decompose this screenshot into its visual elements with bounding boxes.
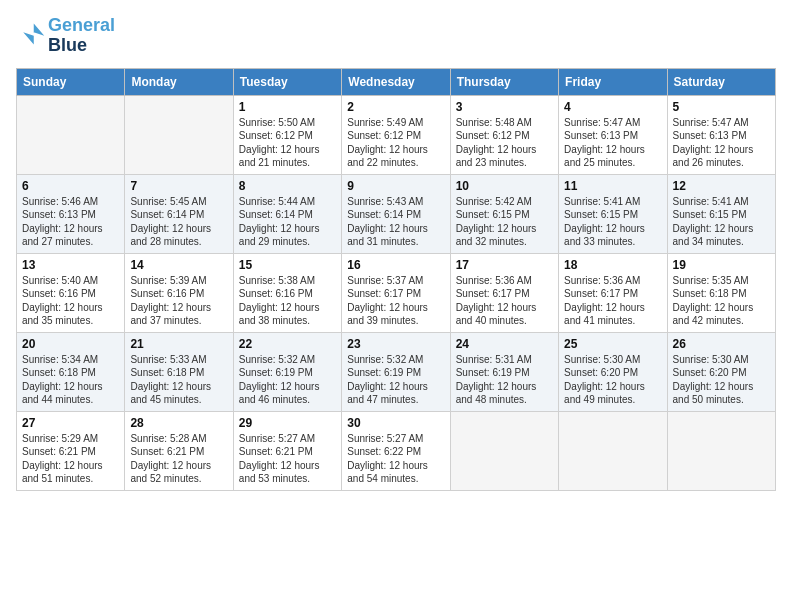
calendar-cell: 8Sunrise: 5:44 AM Sunset: 6:14 PM Daylig… xyxy=(233,174,341,253)
day-number: 27 xyxy=(22,416,119,430)
calendar-cell xyxy=(559,411,667,490)
day-info: Sunrise: 5:39 AM Sunset: 6:16 PM Dayligh… xyxy=(130,274,227,328)
calendar-table: SundayMondayTuesdayWednesdayThursdayFrid… xyxy=(16,68,776,491)
day-info: Sunrise: 5:36 AM Sunset: 6:17 PM Dayligh… xyxy=(564,274,661,328)
calendar-week-row: 1Sunrise: 5:50 AM Sunset: 6:12 PM Daylig… xyxy=(17,95,776,174)
day-info: Sunrise: 5:32 AM Sunset: 6:19 PM Dayligh… xyxy=(347,353,444,407)
calendar-cell: 7Sunrise: 5:45 AM Sunset: 6:14 PM Daylig… xyxy=(125,174,233,253)
calendar-cell: 20Sunrise: 5:34 AM Sunset: 6:18 PM Dayli… xyxy=(17,332,125,411)
calendar-cell: 21Sunrise: 5:33 AM Sunset: 6:18 PM Dayli… xyxy=(125,332,233,411)
calendar-cell: 26Sunrise: 5:30 AM Sunset: 6:20 PM Dayli… xyxy=(667,332,775,411)
logo-text: GeneralBlue xyxy=(48,16,115,56)
day-info: Sunrise: 5:34 AM Sunset: 6:18 PM Dayligh… xyxy=(22,353,119,407)
calendar-cell: 13Sunrise: 5:40 AM Sunset: 6:16 PM Dayli… xyxy=(17,253,125,332)
day-number: 10 xyxy=(456,179,553,193)
day-number: 24 xyxy=(456,337,553,351)
weekday-header: Monday xyxy=(125,68,233,95)
calendar-cell: 14Sunrise: 5:39 AM Sunset: 6:16 PM Dayli… xyxy=(125,253,233,332)
calendar-cell: 6Sunrise: 5:46 AM Sunset: 6:13 PM Daylig… xyxy=(17,174,125,253)
calendar-cell: 15Sunrise: 5:38 AM Sunset: 6:16 PM Dayli… xyxy=(233,253,341,332)
day-info: Sunrise: 5:33 AM Sunset: 6:18 PM Dayligh… xyxy=(130,353,227,407)
day-number: 28 xyxy=(130,416,227,430)
calendar-cell: 1Sunrise: 5:50 AM Sunset: 6:12 PM Daylig… xyxy=(233,95,341,174)
calendar-cell: 10Sunrise: 5:42 AM Sunset: 6:15 PM Dayli… xyxy=(450,174,558,253)
calendar-cell: 18Sunrise: 5:36 AM Sunset: 6:17 PM Dayli… xyxy=(559,253,667,332)
day-number: 26 xyxy=(673,337,770,351)
calendar-cell: 22Sunrise: 5:32 AM Sunset: 6:19 PM Dayli… xyxy=(233,332,341,411)
calendar-week-row: 27Sunrise: 5:29 AM Sunset: 6:21 PM Dayli… xyxy=(17,411,776,490)
logo-icon xyxy=(18,20,46,48)
day-number: 6 xyxy=(22,179,119,193)
day-number: 4 xyxy=(564,100,661,114)
day-number: 22 xyxy=(239,337,336,351)
page-header: GeneralBlue xyxy=(16,16,776,56)
day-info: Sunrise: 5:41 AM Sunset: 6:15 PM Dayligh… xyxy=(673,195,770,249)
day-info: Sunrise: 5:28 AM Sunset: 6:21 PM Dayligh… xyxy=(130,432,227,486)
day-info: Sunrise: 5:46 AM Sunset: 6:13 PM Dayligh… xyxy=(22,195,119,249)
day-number: 21 xyxy=(130,337,227,351)
day-number: 14 xyxy=(130,258,227,272)
day-info: Sunrise: 5:35 AM Sunset: 6:18 PM Dayligh… xyxy=(673,274,770,328)
day-number: 23 xyxy=(347,337,444,351)
day-number: 25 xyxy=(564,337,661,351)
weekday-header: Saturday xyxy=(667,68,775,95)
day-info: Sunrise: 5:27 AM Sunset: 6:21 PM Dayligh… xyxy=(239,432,336,486)
calendar-week-row: 13Sunrise: 5:40 AM Sunset: 6:16 PM Dayli… xyxy=(17,253,776,332)
calendar-cell: 27Sunrise: 5:29 AM Sunset: 6:21 PM Dayli… xyxy=(17,411,125,490)
day-number: 9 xyxy=(347,179,444,193)
weekday-header: Thursday xyxy=(450,68,558,95)
day-number: 15 xyxy=(239,258,336,272)
day-info: Sunrise: 5:29 AM Sunset: 6:21 PM Dayligh… xyxy=(22,432,119,486)
logo: GeneralBlue xyxy=(16,16,115,56)
day-info: Sunrise: 5:44 AM Sunset: 6:14 PM Dayligh… xyxy=(239,195,336,249)
day-info: Sunrise: 5:37 AM Sunset: 6:17 PM Dayligh… xyxy=(347,274,444,328)
calendar-cell: 11Sunrise: 5:41 AM Sunset: 6:15 PM Dayli… xyxy=(559,174,667,253)
day-info: Sunrise: 5:32 AM Sunset: 6:19 PM Dayligh… xyxy=(239,353,336,407)
weekday-header: Wednesday xyxy=(342,68,450,95)
weekday-header: Tuesday xyxy=(233,68,341,95)
day-info: Sunrise: 5:48 AM Sunset: 6:12 PM Dayligh… xyxy=(456,116,553,170)
day-info: Sunrise: 5:49 AM Sunset: 6:12 PM Dayligh… xyxy=(347,116,444,170)
calendar-cell: 16Sunrise: 5:37 AM Sunset: 6:17 PM Dayli… xyxy=(342,253,450,332)
calendar-cell: 29Sunrise: 5:27 AM Sunset: 6:21 PM Dayli… xyxy=(233,411,341,490)
calendar-cell: 28Sunrise: 5:28 AM Sunset: 6:21 PM Dayli… xyxy=(125,411,233,490)
calendar-cell: 12Sunrise: 5:41 AM Sunset: 6:15 PM Dayli… xyxy=(667,174,775,253)
day-number: 2 xyxy=(347,100,444,114)
calendar-cell: 17Sunrise: 5:36 AM Sunset: 6:17 PM Dayli… xyxy=(450,253,558,332)
calendar-cell: 2Sunrise: 5:49 AM Sunset: 6:12 PM Daylig… xyxy=(342,95,450,174)
weekday-header: Friday xyxy=(559,68,667,95)
day-info: Sunrise: 5:30 AM Sunset: 6:20 PM Dayligh… xyxy=(673,353,770,407)
day-info: Sunrise: 5:31 AM Sunset: 6:19 PM Dayligh… xyxy=(456,353,553,407)
calendar-cell: 30Sunrise: 5:27 AM Sunset: 6:22 PM Dayli… xyxy=(342,411,450,490)
day-number: 20 xyxy=(22,337,119,351)
day-info: Sunrise: 5:41 AM Sunset: 6:15 PM Dayligh… xyxy=(564,195,661,249)
calendar-week-row: 6Sunrise: 5:46 AM Sunset: 6:13 PM Daylig… xyxy=(17,174,776,253)
day-number: 29 xyxy=(239,416,336,430)
day-number: 19 xyxy=(673,258,770,272)
day-number: 16 xyxy=(347,258,444,272)
day-number: 11 xyxy=(564,179,661,193)
day-info: Sunrise: 5:30 AM Sunset: 6:20 PM Dayligh… xyxy=(564,353,661,407)
calendar-cell: 23Sunrise: 5:32 AM Sunset: 6:19 PM Dayli… xyxy=(342,332,450,411)
day-info: Sunrise: 5:43 AM Sunset: 6:14 PM Dayligh… xyxy=(347,195,444,249)
calendar-cell xyxy=(450,411,558,490)
day-number: 5 xyxy=(673,100,770,114)
day-number: 17 xyxy=(456,258,553,272)
day-info: Sunrise: 5:50 AM Sunset: 6:12 PM Dayligh… xyxy=(239,116,336,170)
day-info: Sunrise: 5:47 AM Sunset: 6:13 PM Dayligh… xyxy=(673,116,770,170)
calendar-cell xyxy=(667,411,775,490)
calendar-week-row: 20Sunrise: 5:34 AM Sunset: 6:18 PM Dayli… xyxy=(17,332,776,411)
day-info: Sunrise: 5:38 AM Sunset: 6:16 PM Dayligh… xyxy=(239,274,336,328)
day-number: 1 xyxy=(239,100,336,114)
calendar-cell: 19Sunrise: 5:35 AM Sunset: 6:18 PM Dayli… xyxy=(667,253,775,332)
day-info: Sunrise: 5:36 AM Sunset: 6:17 PM Dayligh… xyxy=(456,274,553,328)
calendar-header-row: SundayMondayTuesdayWednesdayThursdayFrid… xyxy=(17,68,776,95)
calendar-cell: 3Sunrise: 5:48 AM Sunset: 6:12 PM Daylig… xyxy=(450,95,558,174)
day-number: 7 xyxy=(130,179,227,193)
calendar-cell xyxy=(125,95,233,174)
day-number: 18 xyxy=(564,258,661,272)
day-info: Sunrise: 5:47 AM Sunset: 6:13 PM Dayligh… xyxy=(564,116,661,170)
day-number: 3 xyxy=(456,100,553,114)
day-info: Sunrise: 5:27 AM Sunset: 6:22 PM Dayligh… xyxy=(347,432,444,486)
calendar-cell: 5Sunrise: 5:47 AM Sunset: 6:13 PM Daylig… xyxy=(667,95,775,174)
